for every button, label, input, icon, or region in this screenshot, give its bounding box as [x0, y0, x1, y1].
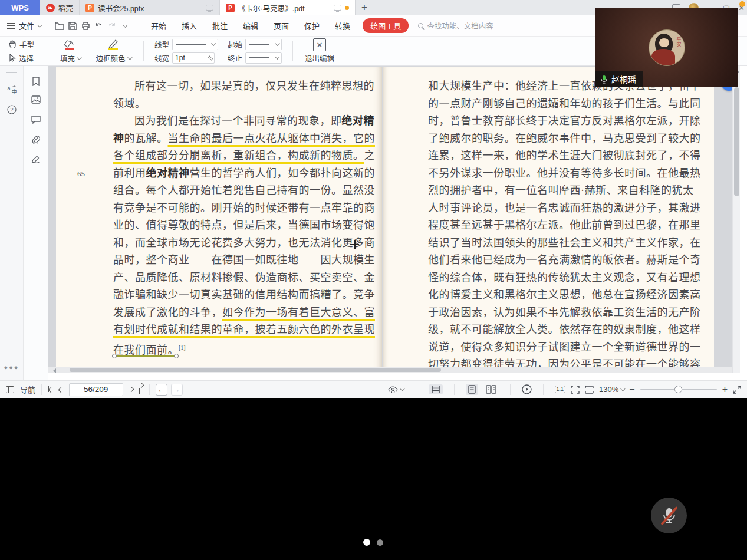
step-down-icon[interactable] [210, 57, 213, 60]
fit-page-button[interactable] [571, 386, 580, 394]
annotation-handle[interactable] [174, 354, 179, 358]
page-indicator-input[interactable]: 56/209 [69, 383, 123, 396]
tab-pptx[interactable]: P 读书会25.pptx [80, 0, 220, 15]
text-line: 产、品质降低、原材料掺假、伪造商标、买空卖空、金 [113, 269, 349, 287]
save-icon[interactable] [66, 22, 79, 30]
signature-icon[interactable] [31, 154, 41, 164]
single-page-view-button[interactable] [466, 384, 478, 395]
eye-protection-button[interactable] [386, 385, 406, 394]
menu-item-comment[interactable]: 批注 [205, 20, 235, 31]
text-line: 人时事评论员，也是一名忠诚而狂热的激进分子，其激进 [428, 200, 686, 218]
wps-logo[interactable]: WPS [0, 0, 40, 15]
menu-item-convert[interactable]: 转换 [327, 20, 358, 31]
vertical-scrollbar[interactable] [732, 66, 740, 373]
border-color-button[interactable]: 边框颜色 [89, 38, 137, 64]
nav-panel-icon [6, 386, 14, 393]
navigation-toggle[interactable]: 导航 [6, 384, 35, 395]
open-icon[interactable] [53, 22, 66, 30]
exit-edit-button[interactable]: ✕ 退出编辑 [299, 38, 340, 64]
redo-icon[interactable] [105, 22, 118, 29]
tab-pdf-active[interactable]: P 《卡尔·马克思》.pdf [220, 0, 356, 15]
view-back-button[interactable]: ← [156, 384, 167, 396]
actual-size-button[interactable]: 1:1 [555, 386, 566, 393]
play-slideshow-button[interactable] [522, 384, 532, 394]
document-viewport[interactable]: 65 所有这一切，如果是真的，仅只发生在纯粹思想的领域。因为我们是在探讨一个非同… [48, 66, 740, 373]
annotation-handle[interactable] [112, 354, 117, 358]
zoom-out-button[interactable]: − [629, 384, 634, 395]
drawing-tools-tab[interactable]: 绘图工具 [363, 18, 409, 33]
attachment-icon[interactable] [31, 135, 40, 144]
view-forward-button[interactable]: → [171, 384, 183, 396]
line-type-select[interactable] [172, 39, 218, 50]
zoom-slider[interactable] [640, 389, 717, 390]
two-page-view-button[interactable] [483, 384, 499, 395]
text-line: 融诈骗和缺少一切真实基础的信用结构而搞糟了。竞争 [113, 286, 349, 304]
microphone-muted-button[interactable] [651, 498, 687, 533]
text-line: 有划时代成就和结果的革命，披着五颜六色的外衣呈现 [113, 321, 349, 339]
help-icon[interactable]: ? [7, 105, 17, 114]
more-commands-icon[interactable] [118, 24, 131, 28]
scroll-left-icon[interactable] [53, 368, 56, 373]
text-line: 于政治因素，认为如果不事先解救依靠工资生活的无产阶 [428, 304, 686, 322]
selected-line-annotation[interactable] [115, 355, 176, 357]
horizontal-scrollbar[interactable] [48, 367, 732, 373]
first-page-button[interactable] [48, 385, 53, 394]
menu-item-edit[interactable]: 编辑 [235, 20, 266, 31]
bookmark-icon[interactable] [32, 77, 40, 86]
more-tools-icon[interactable]: ●●● [4, 364, 19, 371]
text-line: 烈的拥护者中，有一位名叫摩西·赫斯、来自科隆的犹太 [428, 182, 686, 200]
last-page-button[interactable] [139, 383, 143, 396]
image-icon[interactable] [31, 95, 41, 104]
translate-icon[interactable]: a中 [6, 85, 17, 95]
participant-avatar: 平安 [649, 29, 685, 66]
zoom-in-button[interactable]: + [722, 384, 728, 395]
pdf-file-icon: P [226, 4, 235, 12]
exit-edit-icon: ✕ [313, 38, 326, 51]
pager-dot[interactable] [377, 539, 383, 546]
line-width-stepper[interactable]: 1pt [172, 52, 215, 64]
tab-daoke[interactable]: ❧ 稻壳 [40, 0, 80, 15]
pager-dot-active[interactable] [363, 539, 370, 546]
file-menu[interactable]: 文件 [0, 20, 41, 31]
chevron-down-icon [400, 386, 404, 391]
text-line: 的一点财产刚够自己的遗孀和年幼的孩子们生活。与此同 [428, 95, 686, 113]
border-color-icon [105, 38, 121, 51]
vertical-scroll-thumb[interactable] [734, 87, 739, 196]
fit-width-mode-button[interactable] [429, 384, 443, 394]
fill-color-button[interactable]: 填充 [51, 38, 89, 64]
search-input[interactable]: 查找功能、文档内容 [418, 20, 493, 31]
arrow-start-select[interactable] [245, 39, 282, 50]
text-line: 化的博爱主义和黑格尔主义思想，他总在宣扬经济因素高 [428, 286, 686, 304]
next-page-button[interactable] [129, 387, 133, 391]
note-icon[interactable] [31, 116, 41, 124]
left-utility-rail: a中 ? ●●● [0, 66, 24, 380]
prev-page-button[interactable] [59, 385, 63, 394]
menu-item-start[interactable]: 开始 [143, 20, 174, 31]
line-width-label: 线宽 [154, 52, 169, 64]
text-line: 程度甚至远甚于黑格尔左派。他此前曾到过巴黎，在那里 [428, 217, 686, 235]
hand-tool-button[interactable]: 手型 [8, 39, 34, 50]
menu-item-insert[interactable]: 插入 [174, 20, 205, 31]
menu-item-page[interactable]: 页面 [266, 20, 297, 31]
play-icon [522, 384, 532, 394]
chevron-down-icon [77, 55, 81, 60]
select-tool-button[interactable]: 选择 [8, 52, 34, 64]
new-tab-button[interactable]: + [356, 0, 373, 15]
line-type-label: 线型 [154, 39, 169, 50]
fullscreen-button[interactable] [733, 386, 741, 394]
menu-item-protect[interactable]: 保护 [297, 20, 327, 31]
text-line: 组合。每个人都开始忙着兜售自己持有的一份。显然没 [113, 182, 349, 200]
chevron-down-icon [620, 386, 625, 391]
zoom-slider-handle[interactable] [674, 386, 682, 393]
video-call-window[interactable]: 平安 赵桐瑶 [595, 8, 738, 87]
drag-handle-icon[interactable] [6, 72, 17, 75]
undo-icon[interactable] [92, 22, 105, 29]
svg-text:?: ? [10, 107, 13, 113]
zoom-level-select[interactable]: 130% [599, 385, 624, 394]
fit-width-button[interactable] [585, 386, 594, 394]
horizontal-scroll-thumb[interactable] [70, 368, 441, 372]
print-icon[interactable] [79, 22, 92, 30]
annotation-rail [24, 66, 48, 380]
chevron-down-icon [37, 22, 42, 27]
arrow-end-select[interactable] [245, 52, 282, 64]
